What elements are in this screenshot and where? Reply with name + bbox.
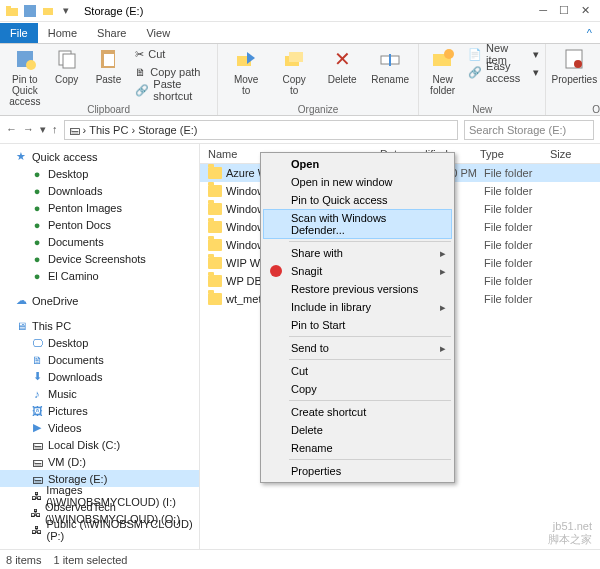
sidebar-item-desktop-pc[interactable]: 🖵Desktop — [0, 334, 199, 351]
sidebar-item-downloads-pc[interactable]: ⬇Downloads — [0, 368, 199, 385]
qat-dropdown-icon[interactable]: ▾ — [58, 3, 74, 19]
breadcrumb-item[interactable]: This PC — [89, 124, 128, 136]
col-type[interactable]: Type — [480, 148, 550, 160]
forward-button[interactable]: → — [23, 123, 34, 136]
svg-rect-9 — [104, 54, 114, 66]
menu-separator — [289, 241, 451, 242]
paste-button[interactable]: Paste — [90, 46, 128, 85]
copy-button[interactable]: Copy — [48, 46, 86, 85]
folder-icon — [208, 257, 222, 269]
breadcrumb-item[interactable]: Storage (E:) — [138, 124, 197, 136]
ribbon: Pin to Quick access Copy Paste ✂Cut 🗎Cop… — [0, 44, 600, 116]
sidebar-item-vm-d[interactable]: 🖴VM (D:) — [0, 453, 199, 470]
sidebar-item-quick-access[interactable]: ★Quick access — [0, 148, 199, 165]
file-type: File folder — [484, 257, 554, 269]
menu-separator — [289, 400, 451, 401]
svg-point-16 — [444, 49, 454, 59]
svg-point-5 — [26, 60, 36, 70]
sidebar-item-onedrive[interactable]: ☁OneDrive — [0, 292, 199, 309]
menu-open[interactable]: Open — [263, 155, 452, 173]
chevron-right-icon: ▸ — [440, 247, 446, 260]
menu-delete[interactable]: Delete — [263, 421, 452, 439]
drive-icon: 🖴 — [69, 124, 80, 136]
file-type: File folder — [484, 239, 554, 251]
back-button[interactable]: ← — [6, 123, 17, 136]
menu-properties[interactable]: Properties — [263, 462, 452, 480]
pin-icon: ● — [30, 269, 44, 283]
menu-pin-quick-access[interactable]: Pin to Quick access — [263, 191, 452, 209]
menu-create-shortcut[interactable]: Create shortcut — [263, 403, 452, 421]
menu-separator — [289, 359, 451, 360]
copy-path-icon: 🗎 — [135, 66, 146, 78]
up-button[interactable]: ↑ — [52, 123, 58, 136]
sidebar-item-device-screenshots[interactable]: ●Device Screenshots — [0, 250, 199, 267]
col-size[interactable]: Size — [550, 148, 590, 160]
sidebar-item-this-pc[interactable]: 🖥This PC — [0, 317, 199, 334]
file-type: File folder — [484, 185, 554, 197]
copy-to-button[interactable]: Copy to — [272, 46, 316, 96]
sidebar-item-documents-pc[interactable]: 🗎Documents — [0, 351, 199, 368]
menu-separator — [289, 459, 451, 460]
menu-scan-defender[interactable]: Scan with Windows Defender... — [263, 209, 452, 239]
chevron-right-icon: ▸ — [440, 301, 446, 314]
sidebar-item-public-network[interactable]: 🖧Public (\\WINOBSMYCLOUD) (P:) — [0, 521, 199, 538]
menu-rename[interactable]: Rename — [263, 439, 452, 457]
watermark: jb51.net脚本之家 — [548, 520, 592, 547]
snagit-icon — [269, 264, 283, 278]
rename-button[interactable]: Rename — [368, 46, 412, 85]
search-input[interactable]: Search Storage (E:) — [464, 120, 594, 140]
folder-icon — [208, 185, 222, 197]
menu-include-library[interactable]: Include in library▸ — [263, 298, 452, 316]
cut-button[interactable]: ✂Cut — [135, 46, 211, 62]
sidebar-item-penton-docs[interactable]: ●Penton Docs — [0, 216, 199, 233]
sidebar-item-music[interactable]: ♪Music — [0, 385, 199, 402]
menu-cut[interactable]: Cut — [263, 362, 452, 380]
ribbon-collapse-icon[interactable]: ^ — [579, 23, 600, 43]
recent-dropdown[interactable]: ▾ — [40, 123, 46, 136]
sidebar-item-videos[interactable]: ▶Videos — [0, 419, 199, 436]
group-label: Organize — [218, 104, 418, 115]
sidebar-item-pictures[interactable]: 🖼Pictures — [0, 402, 199, 419]
network-drive-icon: 🖧 — [30, 489, 42, 503]
sidebar-item-storage-e-root[interactable]: 🖴Storage (E:) — [0, 546, 199, 549]
sidebar-item-documents[interactable]: ●Documents — [0, 233, 199, 250]
paste-shortcut-button[interactable]: 🔗Paste shortcut — [135, 82, 211, 98]
status-bar: 8 items 1 item selected — [0, 549, 600, 569]
sidebar-item-penton-images[interactable]: ●Penton Images — [0, 199, 199, 216]
pin-icon: ● — [30, 184, 44, 198]
videos-icon: ▶ — [30, 421, 44, 435]
delete-button[interactable]: ✕Delete — [320, 46, 364, 85]
move-to-button[interactable]: Move to — [224, 46, 268, 96]
menu-send-to[interactable]: Send to▸ — [263, 339, 452, 357]
sidebar-item-el-camino[interactable]: ●El Camino — [0, 267, 199, 284]
menu-copy[interactable]: Copy — [263, 380, 452, 398]
minimize-button[interactable]: ─ — [539, 4, 547, 17]
easy-access-button[interactable]: 🔗Easy access ▾ — [468, 64, 539, 80]
new-folder-button[interactable]: New folder — [425, 46, 460, 96]
tab-file[interactable]: File — [0, 23, 38, 43]
menu-share-with[interactable]: Share with▸ — [263, 244, 452, 262]
menu-snagit[interactable]: Snagit▸ — [263, 262, 452, 280]
new-folder-icon[interactable] — [40, 3, 56, 19]
menu-restore-previous[interactable]: Restore previous versions — [263, 280, 452, 298]
sidebar-item-downloads[interactable]: ●Downloads — [0, 182, 199, 199]
folder-icon — [4, 3, 20, 19]
menu-pin-start[interactable]: Pin to Start — [263, 316, 452, 334]
breadcrumb[interactable]: 🖴 › This PC › Storage (E:) — [64, 120, 459, 140]
pin-to-quick-access-button[interactable]: Pin to Quick access — [6, 46, 44, 107]
tab-share[interactable]: Share — [87, 23, 136, 43]
sidebar-item-local-disk-c[interactable]: 🖴Local Disk (C:) — [0, 436, 199, 453]
close-button[interactable]: ✕ — [581, 4, 590, 17]
file-type: File folder — [484, 167, 554, 179]
group-label: Clipboard — [0, 104, 217, 115]
tab-view[interactable]: View — [136, 23, 180, 43]
maximize-button[interactable]: ☐ — [559, 4, 569, 17]
properties-button[interactable]: Properties — [552, 46, 596, 85]
sidebar-item-desktop[interactable]: ●Desktop — [0, 165, 199, 182]
downloads-icon: ⬇ — [30, 370, 44, 384]
tab-home[interactable]: Home — [38, 23, 87, 43]
menu-open-new-window[interactable]: Open in new window — [263, 173, 452, 191]
properties-icon[interactable] — [22, 3, 38, 19]
status-selected-count: 1 item selected — [53, 554, 127, 566]
svg-point-18 — [574, 60, 582, 68]
